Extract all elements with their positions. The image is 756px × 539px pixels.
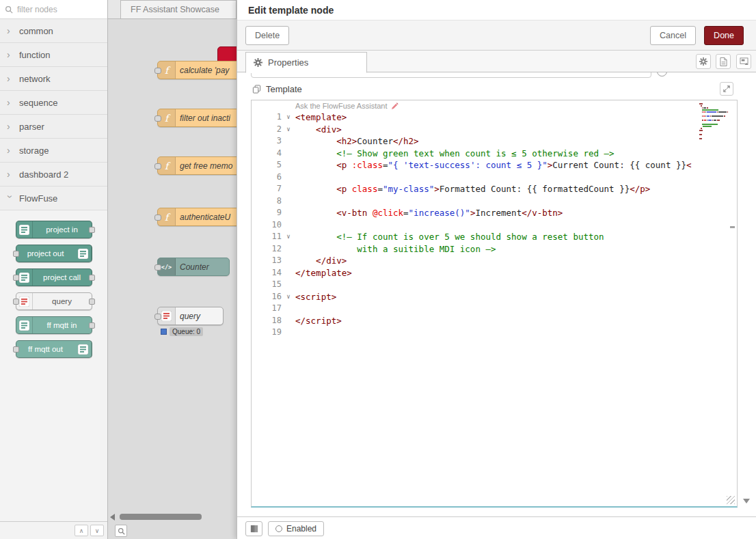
fold-toggle-icon[interactable]: ∨ — [282, 111, 295, 124]
code-line[interactable]: 19 — [252, 327, 697, 339]
minimap[interactable] — [699, 103, 732, 142]
node-port — [89, 322, 95, 329]
code-line[interactable]: 6 — [252, 171, 697, 184]
assistant-wand-icon — [391, 102, 399, 110]
palette-node-project-call[interactable]: project call — [16, 268, 92, 286]
palette-category-function[interactable]: ›function — [0, 43, 107, 67]
palette-category-common[interactable]: ›common — [0, 19, 107, 43]
palette-category-flowfuse[interactable]: ›FlowFuse — [0, 186, 107, 210]
node-settings-button[interactable] — [696, 54, 711, 69]
gear-icon — [699, 57, 707, 66]
code-line[interactable]: 1∨<template> — [252, 111, 697, 124]
code-line[interactable]: 13 </div> — [252, 255, 697, 267]
fold-toggle-icon[interactable]: ∨ — [282, 291, 295, 303]
book-icon — [249, 525, 259, 533]
collapse-categories-button[interactable]: ∧ — [75, 525, 88, 536]
code-line[interactable]: 10 — [252, 219, 697, 232]
palette-category-parser[interactable]: ›parser — [0, 115, 107, 139]
node-input-port[interactable] — [154, 68, 161, 74]
expand-categories-button[interactable]: ∨ — [90, 525, 104, 536]
flow-node-calculate-pay[interactable]: fcalculate 'pay — [157, 61, 237, 79]
flow-canvas[interactable]: FF Assistant Showcase fcalculate 'payffi… — [108, 0, 237, 539]
palette-category-network[interactable]: ›network — [0, 67, 107, 91]
enabled-toggle-button[interactable]: Enabled — [268, 521, 324, 536]
search-input[interactable]: filter nodes — [0, 0, 107, 19]
code-line[interactable]: 7 <p class="my-class">Formatted Count: {… — [252, 183, 697, 195]
palette-node-project-out[interactable]: project out — [16, 245, 92, 262]
code-line[interactable]: 15 — [252, 279, 697, 291]
node-input-port[interactable] — [154, 314, 161, 320]
node-port — [13, 346, 19, 353]
done-button[interactable]: Done — [704, 26, 744, 45]
fold-gutter — [282, 255, 295, 267]
code-text — [295, 195, 697, 208]
palette-node-label: project call — [33, 273, 92, 281]
code-line[interactable]: 18</script> — [252, 315, 697, 327]
palette-category-storage[interactable]: ›storage — [0, 139, 107, 163]
node-input-port[interactable] — [154, 215, 161, 221]
tab-properties[interactable]: Properties — [245, 52, 367, 73]
line-number: 15 — [252, 279, 282, 291]
status-dot-icon — [161, 329, 167, 335]
chevron-icon: › — [7, 26, 13, 36]
assistant-hint[interactable]: Ask the FlowFuse Assistant — [295, 102, 399, 110]
library-button[interactable] — [245, 521, 262, 536]
node-input-port[interactable] — [154, 115, 161, 122]
code-line[interactable]: 14</template> — [252, 267, 697, 279]
fold-gutter — [282, 303, 295, 315]
flow-node-query[interactable]: query — [157, 307, 224, 325]
flow-node-filter-out-inacti[interactable]: ffilter out inacti — [157, 109, 237, 127]
code-line[interactable]: 9 <v-btn @click="increase()">Increment</… — [252, 207, 697, 219]
node-input-port[interactable] — [154, 264, 161, 271]
cancel-button[interactable]: Cancel — [650, 26, 696, 45]
search-placeholder: filter nodes — [17, 5, 57, 14]
palette-node-project-in[interactable]: project in — [16, 221, 92, 238]
code-line[interactable]: 4 <!— Show green text when count is ≤ 5 … — [252, 148, 697, 160]
palette-category-sequence[interactable]: ›sequence — [0, 91, 107, 115]
code-line[interactable]: 12 with a suitible MDI icon —> — [252, 243, 697, 255]
flow-node-authenticateu[interactable]: fauthenticateU — [157, 208, 237, 226]
palette-node-ff-mqtt-out[interactable]: ff mqtt out — [16, 340, 92, 358]
template-field-row: Template — [252, 84, 302, 94]
editor-resize-grip[interactable] — [727, 496, 735, 504]
scroll-left-arrow-icon[interactable] — [110, 514, 115, 521]
template-code-editor[interactable]: Ask the FlowFuse Assistant 1∨<template>2… — [251, 100, 738, 508]
canvas-search-button[interactable] — [115, 525, 127, 537]
fold-gutter — [282, 183, 295, 195]
node-appearance-button[interactable] — [736, 54, 751, 69]
code-line[interactable]: 3 <h2>Counter</h2> — [252, 135, 697, 148]
flow-node-get-free-memo[interactable]: fget free memo — [157, 156, 237, 175]
code-line[interactable]: 2∨ <div> — [252, 124, 697, 136]
code-line[interactable]: 11∨ <!— If count is over 5 we should sho… — [252, 231, 697, 243]
flow-node-counter[interactable]: </>Counter — [157, 258, 230, 276]
code-text: </div> — [295, 255, 697, 267]
fold-gutter — [282, 315, 295, 327]
palette-category-dashboard-2[interactable]: ›dashboard 2 — [0, 163, 107, 186]
fold-toggle-icon[interactable]: ∨ — [282, 231, 295, 243]
code-line[interactable]: 8 — [252, 195, 697, 208]
node-description-button[interactable] — [716, 54, 731, 69]
code-text — [295, 171, 697, 184]
code-line[interactable]: 17 — [252, 303, 697, 315]
fold-gutter — [282, 219, 295, 232]
line-number: 19 — [252, 327, 282, 339]
palette-footer: ∧ ∨ — [0, 521, 107, 539]
palette-node-query[interactable]: query — [16, 292, 92, 310]
copy-stack-icon — [252, 85, 261, 94]
category-label: network — [19, 74, 51, 84]
line-number: 16 — [252, 291, 282, 303]
horizontal-scrollbar[interactable] — [120, 514, 202, 520]
palette-node-ff-mqtt-in[interactable]: ff mqtt in — [16, 316, 92, 334]
expand-editor-button[interactable] — [720, 82, 733, 96]
code-text: <p class="my-class">Formatted Count: {{ … — [295, 183, 697, 195]
dialog-scroll-down-icon[interactable] — [743, 499, 750, 503]
delete-button[interactable]: Delete — [245, 26, 289, 45]
workspace-tabbar: FF Assistant Showcase — [108, 0, 237, 19]
workspace-tab[interactable]: FF Assistant Showcase — [120, 0, 237, 18]
node-port — [13, 275, 19, 281]
code-line[interactable]: 16∨<script> — [252, 291, 697, 303]
node-input-port[interactable] — [154, 163, 161, 169]
fold-toggle-icon[interactable]: ∨ — [282, 124, 295, 136]
code-line[interactable]: 5 <p :class="{ 'text-success': count ≤ 5… — [252, 159, 697, 171]
line-number: 11 — [252, 231, 282, 243]
